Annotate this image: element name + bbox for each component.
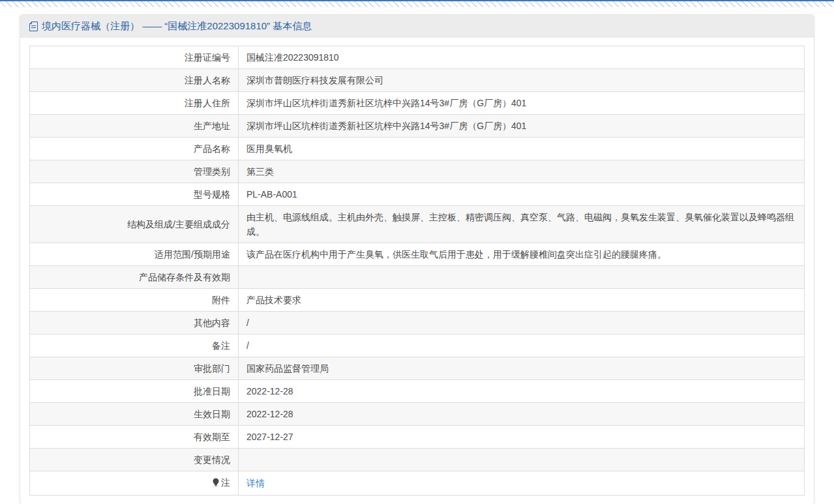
document-icon	[29, 22, 38, 31]
row-value: 2022-12-28	[239, 380, 805, 403]
row-label: 型号规格	[30, 183, 239, 206]
row-value-text: 深圳市坪山区坑梓街道秀新社区坑梓中兴路14号3#厂房（G厂房）401	[246, 98, 526, 108]
row-label: 附件	[30, 289, 239, 312]
page-title: 境内医疗器械（注册） —— “国械注准20223091810” 基本信息	[42, 20, 312, 33]
row-label-text: 生效日期	[194, 409, 230, 419]
row-label: 产品名称	[30, 138, 239, 160]
panel-body: 注册证编号国械注准20223091810注册人名称深圳市普朗医疗科技发展有限公司…	[20, 38, 814, 504]
row-value	[239, 266, 805, 289]
row-value: 深圳市坪山区坑梓街道秀新社区坑梓中兴路14号3#厂房（G厂房）401	[239, 115, 805, 138]
table-row: 适用范围/预期用途该产品在医疗机构中用于产生臭氧，供医生取气后用于患处，用于缓解…	[30, 243, 805, 266]
row-label: 变更情况	[30, 449, 239, 471]
registration-info-panel: 境内医疗器械（注册） —— “国械注准20223091810” 基本信息 注册证…	[20, 14, 814, 504]
row-value-text: 产品技术要求	[246, 295, 301, 305]
row-label-text: 注册人名称	[185, 75, 230, 85]
row-value: 该产品在医疗机构中用于产生臭氧，供医生取气后用于患处，用于缓解腰椎间盘突出症引起…	[239, 243, 805, 266]
row-value-text: 医用臭氧机	[246, 143, 292, 154]
row-label-text: 变更情况	[194, 454, 230, 465]
row-label-text: 管理类别	[194, 166, 230, 177]
row-value-text: 该产品在医疗机构中用于产生臭氧，供医生取气后用于患处，用于缓解腰椎间盘突出症引起…	[246, 249, 666, 259]
row-value-text: /	[246, 318, 249, 328]
row-value: 医用臭氧机	[239, 138, 805, 160]
row-value: 产品技术要求	[239, 289, 805, 312]
table-row: 产品名称医用臭氧机	[30, 138, 805, 160]
row-value-text: 2022-12-28	[246, 386, 293, 396]
bulb-icon	[212, 477, 220, 491]
table-row: 管理类别第三类	[30, 160, 805, 183]
table-row: 注详情	[30, 471, 805, 496]
row-label: 注册证编号	[30, 46, 239, 69]
row-value: 第三类	[239, 160, 805, 183]
row-label-text: 其他内容	[194, 318, 230, 328]
row-label-text: 附件	[212, 295, 230, 305]
row-value: /	[239, 334, 805, 357]
row-value-text: 第三类	[246, 166, 274, 177]
row-value-text: 2022-12-28	[246, 409, 293, 419]
row-value-text: /	[246, 340, 249, 351]
table-row: 变更情况	[30, 449, 805, 471]
row-value-text: 2027-12-27	[246, 432, 293, 442]
table-row: 型号规格PL-AB-A001	[30, 183, 805, 206]
row-value: 2022-12-28	[239, 403, 805, 426]
row-label-text: 批准日期	[194, 386, 230, 396]
row-label-text: 注册人住所	[185, 98, 230, 108]
row-value: 深圳市坪山区坑梓街道秀新社区坑梓中兴路14号3#厂房（G厂房）401	[239, 92, 805, 115]
row-label-text: 产品名称	[194, 143, 230, 154]
table-row: 附件产品技术要求	[30, 289, 805, 312]
row-label: 注册人名称	[30, 69, 239, 92]
table-row: 结构及组成/主要组成成分由主机、电源线组成。主机由外壳、触摸屏、主控板、精密调压…	[30, 206, 805, 243]
row-label-text: 生产地址	[194, 121, 230, 131]
row-value-text: 由主机、电源线组成。主机由外壳、触摸屏、主控板、精密调压阀、真空泵、气路、电磁阀…	[246, 212, 794, 237]
row-value-text: 国家药品监督管理局	[246, 363, 329, 374]
row-label-text: 注	[221, 477, 230, 488]
table-row: 产品储存条件及有效期	[30, 266, 805, 289]
row-value: 2027-12-27	[239, 426, 805, 449]
table-row: 生产地址深圳市坪山区坑梓街道秀新社区坑梓中兴路14号3#厂房（G厂房）401	[30, 115, 805, 138]
table-row: 生效日期2022-12-28	[30, 403, 805, 426]
row-label-text: 适用范围/预期用途	[155, 249, 230, 259]
row-value: 国械注准20223091810	[239, 46, 805, 69]
row-label: 管理类别	[30, 160, 239, 183]
row-value: /	[239, 312, 805, 334]
decorative-stripe-bar	[0, 0, 834, 7]
detail-link[interactable]: 详情	[246, 478, 265, 488]
row-value: 由主机、电源线组成。主机由外壳、触摸屏、主控板、精密调压阀、真空泵、气路、电磁阀…	[239, 206, 805, 243]
table-row: 有效期至2027-12-27	[30, 426, 805, 449]
row-value-text: 深圳市普朗医疗科技发展有限公司	[246, 75, 383, 85]
row-label: 批准日期	[30, 380, 239, 403]
table-row: 注册证编号国械注准20223091810	[30, 46, 805, 69]
row-label: 结构及组成/主要组成成分	[30, 206, 239, 243]
row-label-text: 审批部门	[194, 363, 230, 374]
row-label: 其他内容	[30, 312, 239, 334]
table-row: 备注/	[30, 334, 805, 357]
row-label: 生效日期	[30, 403, 239, 426]
row-value: 详情	[239, 471, 805, 496]
registration-info-table: 注册证编号国械注准20223091810注册人名称深圳市普朗医疗科技发展有限公司…	[29, 46, 805, 496]
row-value: 深圳市普朗医疗科技发展有限公司	[239, 69, 805, 92]
row-value: PL-AB-A001	[239, 183, 805, 206]
panel-header: 境内医疗器械（注册） —— “国械注准20223091810” 基本信息	[20, 15, 814, 38]
row-label: 备注	[30, 334, 239, 357]
table-row: 审批部门国家药品监督管理局	[30, 357, 805, 380]
row-value-text: PL-AB-A001	[246, 189, 297, 200]
table-row: 注册人名称深圳市普朗医疗科技发展有限公司	[30, 69, 805, 92]
row-value	[239, 449, 805, 471]
row-label: 有效期至	[30, 426, 239, 449]
row-value: 国家药品监督管理局	[239, 357, 805, 380]
table-row: 其他内容/	[30, 312, 805, 334]
row-label-text: 有效期至	[194, 432, 230, 442]
row-label: 适用范围/预期用途	[30, 243, 239, 266]
row-label: 注	[30, 471, 239, 496]
row-value-text: 国械注准20223091810	[246, 52, 339, 63]
row-label-text: 注册证编号	[185, 52, 230, 63]
row-label: 生产地址	[30, 115, 239, 138]
row-label-text: 结构及组成/主要组成成分	[127, 219, 230, 230]
row-label-text: 备注	[212, 340, 230, 351]
table-row: 注册人住所深圳市坪山区坑梓街道秀新社区坑梓中兴路14号3#厂房（G厂房）401	[30, 92, 805, 115]
row-label: 产品储存条件及有效期	[30, 266, 239, 289]
row-label-text: 产品储存条件及有效期	[139, 272, 230, 282]
row-label: 注册人住所	[30, 92, 239, 115]
row-label: 审批部门	[30, 357, 239, 380]
table-row: 批准日期2022-12-28	[30, 380, 805, 403]
row-label-text: 型号规格	[194, 189, 230, 200]
